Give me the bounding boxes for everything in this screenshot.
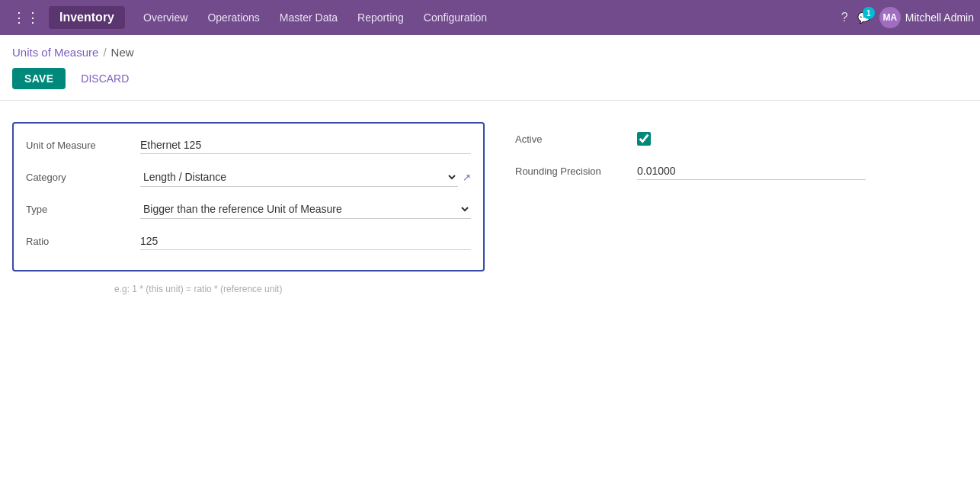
divider	[0, 100, 980, 101]
avatar: MA	[879, 7, 901, 28]
category-label: Category	[26, 172, 140, 183]
chat-badge: 1	[863, 7, 875, 19]
chat-icon-wrapper[interactable]: 💬 1	[857, 11, 870, 24]
rounding-precision-label: Rounding Precision	[515, 165, 637, 177]
unit-of-measure-field-wrapper	[140, 137, 471, 154]
form-right-panel: Active Rounding Precision	[515, 122, 866, 271]
category-row: Category Length / Distance ↗	[26, 165, 471, 189]
save-button[interactable]: SAVE	[12, 68, 66, 89]
ratio-hint: e.g: 1 * (this unit) = ratio * (referenc…	[0, 281, 980, 294]
nav-reporting[interactable]: Reporting	[348, 7, 413, 28]
topnav-right: ? 💬 1 MA Mitchell Admin	[841, 7, 974, 28]
nav-menu: Overview Operations Master Data Reportin…	[134, 7, 838, 28]
breadcrumb-current: New	[111, 46, 134, 59]
external-link-icon[interactable]: ↗	[463, 172, 471, 183]
type-row: Type Bigger than the reference Unit of M…	[26, 197, 471, 221]
ratio-label: Ratio	[26, 236, 140, 247]
discard-button[interactable]: DISCARD	[73, 68, 136, 89]
type-field-wrapper: Bigger than the reference Unit of Measur…	[140, 200, 471, 219]
active-label: Active	[515, 133, 637, 145]
nav-masterdata[interactable]: Master Data	[271, 7, 347, 28]
help-icon[interactable]: ?	[841, 11, 848, 24]
avatar-initials: MA	[882, 12, 897, 23]
rounding-precision-input[interactable]	[637, 162, 866, 180]
brand-logo[interactable]: Inventory	[49, 6, 125, 29]
ratio-input[interactable]	[140, 233, 471, 250]
unit-of-measure-label: Unit of Measure	[26, 140, 140, 151]
breadcrumb: Units of Measure / New	[0, 35, 980, 63]
unit-of-measure-input[interactable]	[140, 137, 471, 154]
category-wrapper: Length / Distance ↗	[140, 168, 471, 187]
user-menu[interactable]: MA Mitchell Admin	[879, 7, 974, 28]
nav-configuration[interactable]: Configuration	[415, 7, 496, 28]
action-bar: SAVE DISCARD	[0, 63, 980, 100]
form-content: Unit of Measure Category Length / Distan…	[0, 113, 980, 281]
top-navigation: ⋮⋮ Inventory Overview Operations Master …	[0, 0, 980, 35]
user-name: Mitchell Admin	[905, 11, 974, 24]
breadcrumb-separator: /	[103, 46, 106, 59]
form-left-panel: Unit of Measure Category Length / Distan…	[12, 122, 485, 271]
type-select[interactable]: Bigger than the reference Unit of Measur…	[140, 200, 471, 219]
nav-overview[interactable]: Overview	[134, 7, 197, 28]
active-row: Active	[515, 128, 866, 149]
rounding-precision-row: Rounding Precision	[515, 160, 866, 182]
nav-operations[interactable]: Operations	[198, 7, 268, 28]
unit-of-measure-row: Unit of Measure	[26, 133, 471, 157]
grid-icon[interactable]: ⋮⋮	[6, 3, 46, 32]
ratio-field-wrapper	[140, 233, 471, 250]
ratio-row: Ratio	[26, 229, 471, 253]
type-label: Type	[26, 204, 140, 215]
breadcrumb-parent[interactable]: Units of Measure	[12, 46, 98, 59]
active-checkbox[interactable]	[637, 132, 651, 146]
category-select[interactable]: Length / Distance	[140, 168, 458, 187]
